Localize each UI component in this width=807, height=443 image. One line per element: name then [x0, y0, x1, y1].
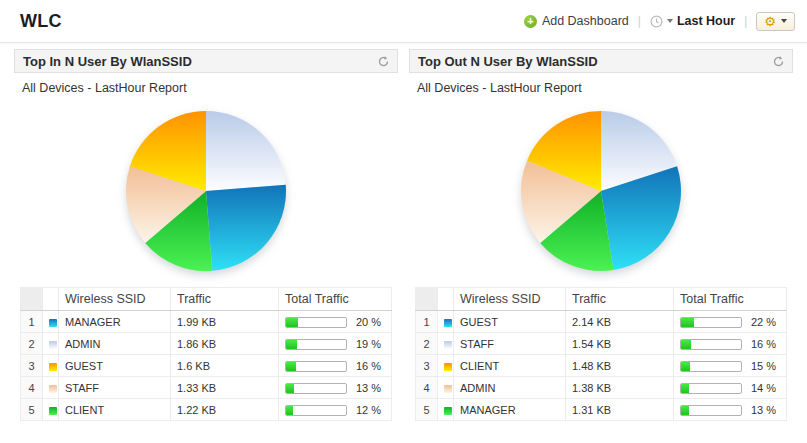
table-row[interactable]: 3GUEST1.6 KB16 % — [21, 355, 392, 377]
row-rank: 5 — [21, 399, 43, 421]
plus-icon: + — [524, 15, 537, 28]
row-ssid: MANAGER — [454, 399, 566, 421]
widget-top-out-users: Top Out N User By WlanSSID All Devices -… — [409, 49, 793, 421]
row-percent: 19 % — [356, 338, 381, 350]
traffic-bar-fill — [681, 340, 691, 349]
traffic-bar — [680, 339, 742, 350]
traffic-bar — [285, 383, 347, 394]
row-total-traffic: 13 % — [279, 377, 392, 399]
col-header-traffic[interactable]: Traffic — [566, 288, 674, 311]
table-row[interactable]: 1MANAGER1.99 KB20 % — [21, 311, 392, 333]
col-header-total-traffic[interactable]: Total Traffic — [279, 288, 392, 311]
table-row[interactable]: 3CLIENT1.48 KB15 % — [416, 355, 787, 377]
widget-top-in-users: Top In N User By WlanSSID All Devices - … — [14, 49, 398, 421]
col-header-ssid[interactable]: Wireless SSID — [454, 288, 566, 311]
widget-subtitle: All Devices - LastHour Report — [14, 73, 398, 95]
row-ssid: ADMIN — [59, 333, 171, 355]
add-dashboard-button[interactable]: + Add Dashboard — [524, 14, 629, 28]
row-traffic: 1.6 KB — [171, 355, 279, 377]
pie-chart-area — [409, 95, 793, 287]
row-rank: 3 — [416, 355, 438, 377]
settings-button[interactable]: ⚙ — [756, 12, 795, 31]
col-header-traffic[interactable]: Traffic — [171, 288, 279, 311]
report-table: Wireless SSID Traffic Total Traffic 1GUE… — [415, 287, 787, 421]
table-row[interactable]: 2ADMIN1.86 KB19 % — [21, 333, 392, 355]
chevron-down-icon — [667, 19, 673, 23]
row-percent: 15 % — [751, 360, 776, 372]
table-row[interactable]: 4STAFF1.33 KB13 % — [21, 377, 392, 399]
widget-header: Top Out N User By WlanSSID — [409, 49, 793, 73]
row-rank: 1 — [416, 311, 438, 333]
traffic-bar — [680, 317, 742, 328]
row-total-traffic: 16 % — [674, 333, 787, 355]
toolbar: + Add Dashboard | Last Hour | ⚙ — [524, 12, 795, 31]
top-bar: WLC + Add Dashboard | Last Hour | ⚙ — [0, 0, 807, 43]
row-total-traffic: 22 % — [674, 311, 787, 333]
traffic-bar — [285, 339, 347, 350]
pie-chart-area — [14, 95, 398, 287]
row-total-traffic: 14 % — [674, 377, 787, 399]
col-header-ssid[interactable]: Wireless SSID — [59, 288, 171, 311]
table-row[interactable]: 4ADMIN1.38 KB14 % — [416, 377, 787, 399]
chevron-down-icon — [781, 19, 787, 23]
col-header-swatch — [438, 288, 454, 311]
traffic-bar-fill — [681, 406, 689, 415]
col-header-total-traffic[interactable]: Total Traffic — [674, 288, 787, 311]
row-rank: 3 — [21, 355, 43, 377]
refresh-icon[interactable] — [378, 56, 389, 67]
traffic-bar-fill — [681, 318, 694, 327]
widget-title: Top In N User By WlanSSID — [23, 54, 192, 69]
refresh-icon[interactable] — [773, 56, 784, 67]
traffic-bar-fill — [286, 340, 297, 349]
row-total-traffic: 16 % — [279, 355, 392, 377]
row-swatch-cell — [43, 355, 59, 377]
color-swatch-icon — [49, 407, 57, 415]
time-range-dropdown[interactable]: Last Hour — [650, 14, 735, 28]
page-title: WLC — [20, 11, 62, 32]
color-swatch-icon — [444, 407, 452, 415]
table-row[interactable]: 5CLIENT1.22 KB12 % — [21, 399, 392, 421]
row-total-traffic: 20 % — [279, 311, 392, 333]
row-percent: 22 % — [751, 316, 776, 328]
row-traffic: 1.22 KB — [171, 399, 279, 421]
row-swatch-cell — [438, 333, 454, 355]
row-traffic: 1.54 KB — [566, 333, 674, 355]
add-dashboard-label: Add Dashboard — [542, 14, 629, 28]
row-swatch-cell — [43, 311, 59, 333]
row-swatch-cell — [43, 399, 59, 421]
pie-slice-admin[interactable] — [206, 111, 286, 191]
row-traffic: 1.86 KB — [171, 333, 279, 355]
row-swatch-cell — [438, 399, 454, 421]
color-swatch-icon — [49, 385, 57, 393]
row-total-traffic: 19 % — [279, 333, 392, 355]
row-traffic: 2.14 KB — [566, 311, 674, 333]
table-row[interactable]: 5MANAGER1.31 KB13 % — [416, 399, 787, 421]
row-traffic: 1.31 KB — [566, 399, 674, 421]
traffic-bar — [680, 383, 742, 394]
table-row[interactable]: 2STAFF1.54 KB16 % — [416, 333, 787, 355]
pie-slice-manager[interactable] — [206, 185, 286, 271]
row-total-traffic: 12 % — [279, 399, 392, 421]
traffic-bar-fill — [681, 362, 690, 371]
row-rank: 2 — [416, 333, 438, 355]
color-swatch-icon — [49, 363, 57, 371]
row-traffic: 1.99 KB — [171, 311, 279, 333]
table-row[interactable]: 1GUEST2.14 KB22 % — [416, 311, 787, 333]
traffic-bar-fill — [286, 406, 293, 415]
row-traffic: 1.48 KB — [566, 355, 674, 377]
row-swatch-cell — [438, 311, 454, 333]
row-rank: 2 — [21, 333, 43, 355]
row-rank: 5 — [416, 399, 438, 421]
report-table: Wireless SSID Traffic Total Traffic 1MAN… — [20, 287, 392, 421]
row-percent: 12 % — [356, 404, 381, 416]
traffic-bar-fill — [681, 384, 689, 393]
row-ssid: CLIENT — [59, 399, 171, 421]
traffic-bar — [680, 405, 742, 416]
row-swatch-cell — [438, 377, 454, 399]
separator: | — [638, 14, 641, 28]
pie-chart — [124, 109, 288, 273]
row-percent: 13 % — [751, 404, 776, 416]
traffic-bar — [285, 317, 347, 328]
row-ssid: STAFF — [454, 333, 566, 355]
row-ssid: GUEST — [454, 311, 566, 333]
